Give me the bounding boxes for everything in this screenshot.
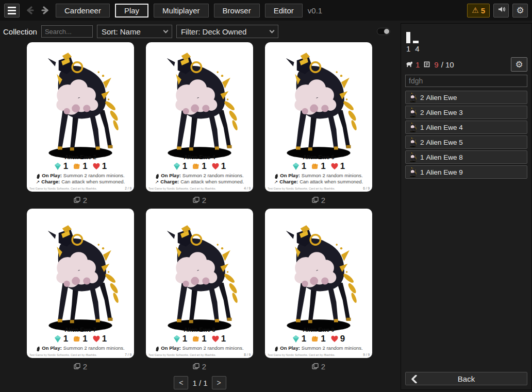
- mana-curve-bar: [406, 32, 410, 43]
- card-title: Alien Ewe 7: [27, 327, 134, 333]
- card[interactable]: Alien Ewe 4 1 1 1 On Play: Summon 2 rand…: [146, 42, 253, 192]
- deck-entry-label: 1 Alien Ewe 8: [420, 154, 463, 161]
- card-abilities: On Play: Summon 2 random minions. ↗ Char…: [265, 173, 372, 185]
- deck-list: 2 Alien Ewe 2 Alien Ewe 3 1 Alien Ewe 4: [405, 91, 527, 179]
- card-number: 8 / 9: [244, 353, 251, 356]
- tab-browser[interactable]: Browser: [214, 4, 260, 18]
- card[interactable]: Alien Ewe 6 1 1 1 On Play: Summon 2 rand…: [265, 42, 372, 192]
- filter-select[interactable]: Filter: Deck Owned: [176, 25, 278, 38]
- mana-curve-column: [406, 32, 410, 43]
- attack-fist-icon: [311, 335, 319, 343]
- warning-count: 5: [481, 6, 485, 15]
- card[interactable]: Alien Ewe 2 1 1 1 On Play: Summon 2 rand…: [27, 42, 134, 192]
- deck-entry-name: Alien Ewe 9: [426, 168, 463, 176]
- back-button[interactable]: Back: [405, 372, 527, 385]
- deck-card-max: / 10: [441, 60, 454, 69]
- card-stats: 1 1 9: [265, 334, 372, 344]
- back-chevron-icon: [411, 375, 418, 385]
- ability-on-play: On Play: Summon 2 random minions.: [268, 345, 369, 351]
- card-credit: Test Game by Nordic Softworks. Card art …: [29, 353, 97, 356]
- chevron-down-icon: [269, 28, 274, 33]
- card-number: 6 / 9: [363, 186, 370, 190]
- tab-multiplayer[interactable]: Multiplayer: [154, 4, 209, 18]
- tab-play[interactable]: Play: [115, 4, 148, 18]
- card-cell: Alien Ewe 2 1 1 1 On Play: Summon 2 rand…: [27, 42, 134, 209]
- deck-entry[interactable]: 2 Alien Ewe: [405, 91, 527, 104]
- owned-count: 2: [83, 362, 87, 371]
- deck-entry-label: 1 Alien Ewe 9: [420, 168, 463, 176]
- deck-entry-name: Alien Ewe 4: [426, 124, 463, 131]
- attack-value: 1: [321, 161, 325, 172]
- card-credit: Test Game by Nordic Softworks. Card art …: [148, 187, 216, 190]
- copies-icon: [312, 362, 319, 371]
- attack-value: 1: [82, 161, 87, 172]
- card[interactable]: Alien Ewe 9 1 1 9 On Play: Summon 2 rand…: [265, 209, 372, 358]
- mana-cost: 1: [302, 334, 306, 344]
- search-input[interactable]: [41, 25, 93, 38]
- deck-stats-row: 1 9 / 10 ⚙: [405, 57, 527, 72]
- nav-forward-icon[interactable]: [40, 5, 51, 15]
- health-heart-icon: [212, 335, 219, 343]
- card-art: [27, 209, 134, 334]
- charge-icon: ↗: [155, 179, 159, 185]
- sound-button[interactable]: [493, 4, 509, 18]
- card-thumbnail-icon: [409, 167, 417, 177]
- deck-entry[interactable]: 1 Alien Ewe 4: [405, 121, 527, 134]
- version-label: v0.1: [308, 6, 322, 15]
- filter-value: Filter: Deck Owned: [181, 27, 247, 36]
- tab-editor[interactable]: Editor: [265, 4, 303, 18]
- deck-settings-button[interactable]: ⚙: [511, 57, 527, 72]
- card-title: Alien Ewe 8: [146, 327, 253, 333]
- next-page-button[interactable]: >: [212, 376, 226, 389]
- card-title: Alien Ewe 6: [265, 154, 372, 160]
- deck-entry-name: Alien Ewe 3: [426, 109, 463, 116]
- warnings-button[interactable]: ⚠ 5: [467, 4, 490, 18]
- health-value: 1: [221, 334, 226, 344]
- prev-page-button[interactable]: <: [174, 376, 188, 389]
- ability-text: Summon 2 random minions.: [63, 173, 125, 179]
- card-title: Alien Ewe 9: [265, 327, 372, 333]
- mana-cost: 1: [302, 161, 306, 172]
- mana-cost: 1: [182, 334, 187, 344]
- menu-button[interactable]: [4, 4, 20, 18]
- ability-name: Charge:: [279, 179, 298, 185]
- owned-count-row: 2: [146, 358, 253, 375]
- owned-count: 2: [202, 362, 206, 371]
- on-play-icon: [36, 346, 40, 351]
- deck-entry[interactable]: 1 Alien Ewe 9: [405, 165, 527, 179]
- toggle-knob: [384, 29, 389, 34]
- deck-entry[interactable]: 2 Alien Ewe 5: [405, 135, 527, 149]
- ability-text: Summon 2 random minions.: [302, 173, 363, 179]
- deck-entry[interactable]: 1 Alien Ewe 8: [405, 150, 527, 164]
- mana-gem-icon: [54, 335, 61, 343]
- deck-entry[interactable]: 2 Alien Ewe 3: [405, 106, 527, 119]
- card-footer: Test Game by Nordic Softworks. Card art …: [27, 351, 134, 358]
- settings-button[interactable]: ⚙: [512, 4, 528, 18]
- deck-entry-count: 1: [420, 168, 424, 176]
- view-toggle[interactable]: [377, 28, 390, 35]
- health-value: 1: [102, 161, 107, 172]
- sort-select[interactable]: Sort: Name: [97, 25, 172, 38]
- card[interactable]: Alien Ewe 8 1 1 1 On Play: Summon 2 rand…: [146, 209, 253, 358]
- card-art: [265, 209, 372, 334]
- app-button[interactable]: Cardeneer: [56, 4, 110, 18]
- health-heart-icon: [331, 335, 338, 343]
- card-art: [146, 209, 253, 334]
- card[interactable]: Alien Ewe 7 1 1 1 On Play: Summon 2 rand…: [27, 209, 134, 358]
- owned-count-row: 2: [146, 192, 253, 209]
- card-thumbnail-icon: [409, 123, 417, 132]
- deck-entry-count: 2: [420, 139, 424, 146]
- nav-back-icon[interactable]: [25, 5, 35, 15]
- deck-entry-label: 2 Alien Ewe: [420, 94, 457, 101]
- copies-icon: [312, 196, 319, 204]
- deck-card-count: 9: [434, 60, 438, 69]
- card-title: Alien Ewe 4: [146, 154, 253, 160]
- deck-name-input[interactable]: [405, 75, 527, 87]
- page-indicator: 1 / 1: [192, 379, 207, 387]
- mana-cost: 1: [63, 161, 68, 172]
- owned-count-row: 2: [27, 358, 134, 375]
- mana-curve-labels: 14: [406, 44, 527, 53]
- attack-value: 1: [202, 161, 206, 172]
- card-footer: Test Game by Nordic Softworks. Card art …: [265, 351, 372, 358]
- on-play-icon: [36, 174, 40, 178]
